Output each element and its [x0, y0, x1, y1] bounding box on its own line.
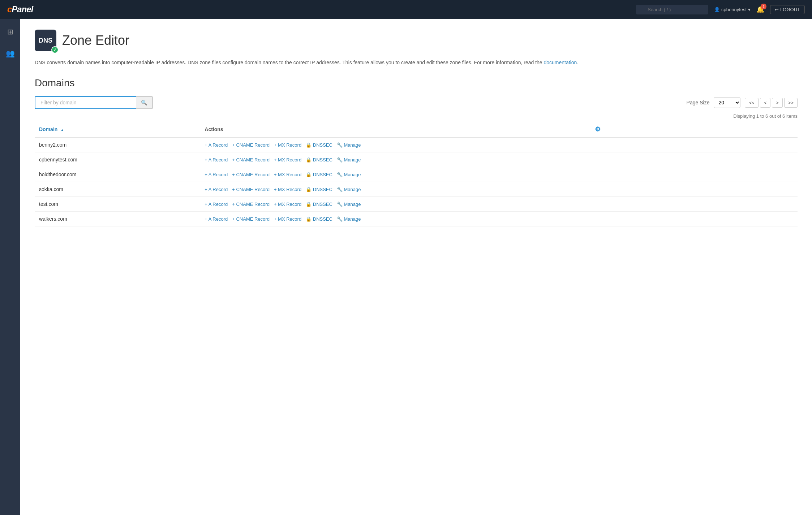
col-actions-header: Actions: [200, 122, 590, 137]
table-row: holdthedoor.com+ A Record+ CNAME Record+…: [35, 167, 798, 182]
notification-bell[interactable]: 🔔 1: [756, 5, 764, 13]
action-manage[interactable]: 🔧 Manage: [337, 202, 361, 207]
display-info: Displaying 1 to 6 out of 6 items: [35, 113, 798, 119]
action-dnssec[interactable]: 🔒 DNSSEC: [306, 216, 332, 222]
table-row: walkers.com+ A Record+ CNAME Record+ MX …: [35, 212, 798, 226]
logout-label: LOGOUT: [780, 7, 800, 12]
pagination-controls: Page Size 20 50 100 << < > >>: [687, 97, 798, 108]
col-gear-header: ⚙: [590, 122, 798, 137]
page-size-label: Page Size: [687, 100, 710, 105]
action-dnssec[interactable]: 🔒 DNSSEC: [306, 142, 332, 148]
action-cname-record[interactable]: + CNAME Record: [232, 216, 270, 222]
user-icon: 👤: [714, 7, 720, 12]
notification-badge: 1: [761, 4, 766, 9]
domain-name: sokka.com: [35, 182, 200, 197]
last-page-button[interactable]: >>: [784, 98, 798, 108]
filter-row: 🔍 Page Size 20 50 100 << < > >>: [35, 96, 798, 109]
action-manage[interactable]: 🔧 Manage: [337, 157, 361, 163]
domain-actions: + A Record+ CNAME Record+ MX Record🔒 DNS…: [200, 137, 798, 152]
action-a-record[interactable]: + A Record: [205, 142, 228, 148]
action-a-record[interactable]: + A Record: [205, 202, 228, 207]
username-label: cpbennytest: [721, 7, 747, 12]
search-icon: 🔍: [141, 100, 147, 105]
main-content: DNS ✓ Zone Editor DNS converts domain na…: [20, 19, 812, 515]
domain-name: walkers.com: [35, 212, 200, 226]
action-dnssec[interactable]: 🔒 DNSSEC: [306, 172, 332, 177]
dns-badge: DNS ✓: [35, 30, 56, 51]
domain-actions: + A Record+ CNAME Record+ MX Record🔒 DNS…: [200, 182, 798, 197]
logout-icon: ↩: [775, 7, 779, 12]
page-size-select[interactable]: 20 50 100: [714, 97, 740, 108]
topnav-right: 🔍 👤 cpbennytest ▾ 🔔 1 ↩ LOGOUT: [636, 5, 805, 14]
logout-button[interactable]: ↩ LOGOUT: [770, 5, 805, 14]
domain-actions: + A Record+ CNAME Record+ MX Record🔒 DNS…: [200, 212, 798, 226]
action-a-record[interactable]: + A Record: [205, 187, 228, 192]
domain-actions: + A Record+ CNAME Record+ MX Record🔒 DNS…: [200, 197, 798, 212]
action-a-record[interactable]: + A Record: [205, 216, 228, 222]
action-dnssec[interactable]: 🔒 DNSSEC: [306, 202, 332, 207]
domain-actions: + A Record+ CNAME Record+ MX Record🔒 DNS…: [200, 152, 798, 167]
topnav-left: cPanel: [7, 4, 33, 14]
action-manage[interactable]: 🔧 Manage: [337, 142, 361, 148]
action-mx-record[interactable]: + MX Record: [274, 216, 301, 222]
next-page-button[interactable]: >: [772, 98, 783, 108]
documentation-link[interactable]: documentation: [544, 60, 577, 65]
gear-icon[interactable]: ⚙: [595, 126, 601, 133]
action-cname-record[interactable]: + CNAME Record: [232, 142, 270, 148]
action-cname-record[interactable]: + CNAME Record: [232, 202, 270, 207]
domains-table: Domain ▲ Actions ⚙ benny2.com+ A Record+…: [35, 122, 798, 226]
top-navigation: cPanel 🔍 👤 cpbennytest ▾ 🔔 1 ↩ LOGOUT: [0, 0, 812, 19]
domain-name: benny2.com: [35, 137, 200, 152]
domain-name: test.com: [35, 197, 200, 212]
chevron-down-icon: ▾: [748, 7, 751, 12]
sidebar: ⊞ 👥: [0, 19, 20, 515]
action-a-record[interactable]: + A Record: [205, 157, 228, 163]
action-cname-record[interactable]: + CNAME Record: [232, 187, 270, 192]
dns-badge-check: ✓: [51, 46, 59, 53]
first-page-button[interactable]: <<: [745, 98, 758, 108]
cpanel-logo: cPanel: [7, 4, 33, 14]
user-menu[interactable]: 👤 cpbennytest ▾: [714, 7, 751, 12]
action-mx-record[interactable]: + MX Record: [274, 157, 301, 163]
action-mx-record[interactable]: + MX Record: [274, 187, 301, 192]
sort-arrow-icon: ▲: [60, 128, 64, 132]
table-row: test.com+ A Record+ CNAME Record+ MX Rec…: [35, 197, 798, 212]
col-domain-header[interactable]: Domain ▲: [35, 122, 200, 137]
action-a-record[interactable]: + A Record: [205, 172, 228, 177]
table-row: sokka.com+ A Record+ CNAME Record+ MX Re…: [35, 182, 798, 197]
domains-table-body: benny2.com+ A Record+ CNAME Record+ MX R…: [35, 137, 798, 226]
table-row: benny2.com+ A Record+ CNAME Record+ MX R…: [35, 137, 798, 152]
action-mx-record[interactable]: + MX Record: [274, 172, 301, 177]
action-manage[interactable]: 🔧 Manage: [337, 172, 361, 177]
action-manage[interactable]: 🔧 Manage: [337, 187, 361, 192]
filter-input[interactable]: [35, 96, 136, 109]
action-dnssec[interactable]: 🔒 DNSSEC: [306, 187, 332, 192]
table-row: cpbennytest.com+ A Record+ CNAME Record+…: [35, 152, 798, 167]
search-wrapper: 🔍: [636, 5, 708, 14]
action-cname-record[interactable]: + CNAME Record: [232, 172, 270, 177]
action-mx-record[interactable]: + MX Record: [274, 142, 301, 148]
filter-left: 🔍: [35, 96, 153, 109]
domain-name: cpbennytest.com: [35, 152, 200, 167]
page-title: Zone Editor: [62, 33, 129, 48]
page-layout: ⊞ 👥 DNS ✓ Zone Editor DNS converts domai…: [0, 19, 812, 515]
page-description: DNS converts domain names into computer-…: [35, 59, 798, 66]
search-input[interactable]: [636, 5, 708, 14]
dns-badge-label: DNS: [39, 37, 52, 44]
domains-section-title: Domains: [35, 77, 798, 89]
sidebar-item-users[interactable]: 👥: [3, 46, 18, 61]
action-manage[interactable]: 🔧 Manage: [337, 216, 361, 222]
action-cname-record[interactable]: + CNAME Record: [232, 157, 270, 163]
description-text: DNS converts domain names into computer-…: [35, 60, 542, 65]
table-header: Domain ▲ Actions ⚙: [35, 122, 798, 137]
page-header: DNS ✓ Zone Editor: [35, 30, 798, 51]
action-dnssec[interactable]: 🔒 DNSSEC: [306, 157, 332, 163]
filter-search-button[interactable]: 🔍: [136, 96, 153, 109]
sidebar-item-grid[interactable]: ⊞: [4, 25, 16, 39]
domain-name: holdthedoor.com: [35, 167, 200, 182]
prev-page-button[interactable]: <: [760, 98, 771, 108]
domain-actions: + A Record+ CNAME Record+ MX Record🔒 DNS…: [200, 167, 798, 182]
action-mx-record[interactable]: + MX Record: [274, 202, 301, 207]
